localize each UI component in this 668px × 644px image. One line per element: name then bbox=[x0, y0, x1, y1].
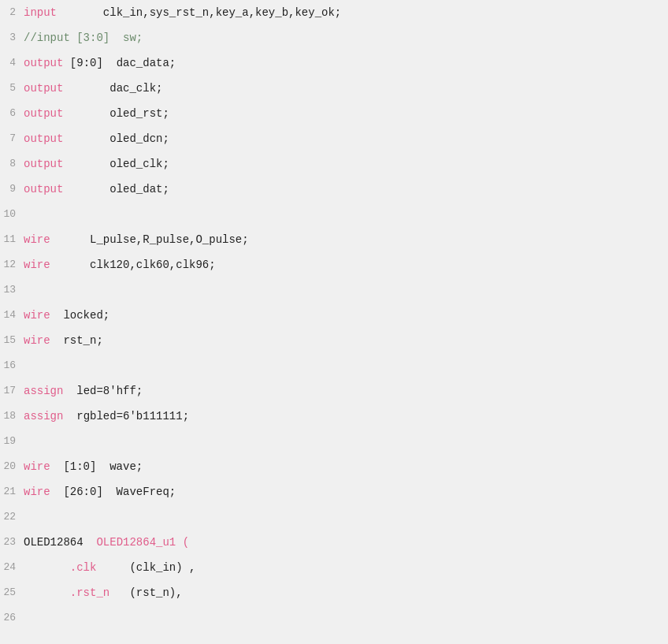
line-content: output dac_clk; bbox=[24, 76, 668, 101]
code-line: 2input clk_in,sys_rst_n,key_a,key_b,key_… bbox=[0, 0, 668, 25]
code-token: oled_clk; bbox=[63, 158, 169, 170]
code-token: locked; bbox=[50, 309, 110, 322]
line-content: wire [1:0] wave; bbox=[24, 454, 668, 479]
code-token: output bbox=[24, 82, 63, 95]
code-token: (clk_in) , bbox=[96, 561, 195, 574]
line-content: output oled_clk; bbox=[24, 151, 668, 177]
code-token: [9:0] dac_data; bbox=[63, 57, 176, 69]
code-line: 9output oled_dat; bbox=[0, 177, 668, 202]
code-token: [26:0] WaveFreq; bbox=[50, 486, 176, 498]
line-number: 9 bbox=[0, 177, 24, 202]
line-content: output [9:0] dac_data; bbox=[24, 50, 668, 76]
line-content: output oled_dcn; bbox=[24, 126, 668, 151]
line-number: 24 bbox=[0, 555, 24, 580]
line-content: wire rst_n; bbox=[24, 328, 668, 353]
line-number: 20 bbox=[0, 454, 24, 479]
code-line: 6output oled_rst; bbox=[0, 101, 668, 126]
code-token: //input bbox=[24, 32, 70, 44]
code-token: assign bbox=[24, 410, 63, 423]
code-token: wire bbox=[24, 334, 50, 347]
code-token: dac_clk; bbox=[63, 82, 162, 95]
line-content: //input [3:0] sw; bbox=[24, 25, 668, 50]
code-token: L_pulse,R_pulse,O_pulse; bbox=[50, 233, 249, 246]
line-number: 25 bbox=[0, 580, 24, 605]
line-content bbox=[24, 605, 668, 631]
line-number: 12 bbox=[0, 252, 24, 277]
code-token: wire bbox=[24, 460, 50, 473]
line-number: 6 bbox=[0, 101, 24, 126]
code-line: 14wire locked; bbox=[0, 303, 668, 328]
code-token: OLED12864_u1 ( bbox=[84, 536, 189, 549]
code-line: 20wire [1:0] wave; bbox=[0, 454, 668, 479]
code-line: 25 .rst_n (rst_n), bbox=[0, 580, 668, 605]
line-number: 15 bbox=[0, 328, 24, 353]
code-token: output bbox=[24, 158, 63, 170]
line-number: 16 bbox=[0, 353, 24, 378]
line-number: 2 bbox=[0, 0, 24, 25]
line-content bbox=[24, 277, 668, 303]
code-editor: 2input clk_in,sys_rst_n,key_a,key_b,key_… bbox=[0, 0, 668, 644]
line-number: 23 bbox=[0, 530, 24, 555]
line-content: input clk_in,sys_rst_n,key_a,key_b,key_o… bbox=[24, 0, 668, 25]
code-token: wire bbox=[24, 259, 50, 271]
code-token: .rst_n bbox=[24, 586, 109, 599]
line-number: 17 bbox=[0, 378, 24, 404]
line-number: 21 bbox=[0, 479, 24, 504]
line-content bbox=[24, 202, 668, 227]
line-content: output oled_rst; bbox=[24, 101, 668, 126]
code-line: 19 bbox=[0, 429, 668, 454]
code-line: 7output oled_dcn; bbox=[0, 126, 668, 151]
line-number: 26 bbox=[0, 605, 24, 631]
line-content: assign rgbled=6'b111111; bbox=[24, 404, 668, 429]
line-content bbox=[24, 353, 668, 378]
code-token: output bbox=[24, 132, 63, 145]
line-content bbox=[24, 504, 668, 530]
line-number: 10 bbox=[0, 202, 24, 227]
code-line: 11wire L_pulse,R_pulse,O_pulse; bbox=[0, 227, 668, 252]
line-number: 22 bbox=[0, 504, 24, 530]
line-content: OLED12864 OLED12864_u1 ( bbox=[24, 530, 668, 555]
code-line: 5output dac_clk; bbox=[0, 76, 668, 101]
code-token: oled_dcn; bbox=[63, 132, 169, 145]
code-token: [1:0] wave; bbox=[50, 460, 143, 473]
line-number: 3 bbox=[0, 25, 24, 50]
code-line: 24 .clk (clk_in) , bbox=[0, 555, 668, 580]
line-number: 19 bbox=[0, 429, 24, 454]
code-token: wire bbox=[24, 233, 50, 246]
line-number: 8 bbox=[0, 151, 24, 177]
code-token: OLED12864 bbox=[24, 536, 84, 549]
code-token: output bbox=[24, 107, 63, 120]
code-token: .clk bbox=[24, 561, 96, 574]
code-token: rst_n; bbox=[50, 334, 103, 347]
code-line: 18assign rgbled=6'b111111; bbox=[0, 404, 668, 429]
code-token: (rst_n), bbox=[109, 586, 182, 599]
code-line: 15wire rst_n; bbox=[0, 328, 668, 353]
code-line: 10 bbox=[0, 202, 668, 227]
code-token: input bbox=[24, 6, 57, 19]
code-token: output bbox=[24, 57, 63, 69]
code-line: 21wire [26:0] WaveFreq; bbox=[0, 479, 668, 504]
code-token: clk120,clk60,clk96; bbox=[50, 259, 216, 271]
code-line: 16 bbox=[0, 353, 668, 378]
code-token: wire bbox=[24, 486, 50, 498]
code-line: 12wire clk120,clk60,clk96; bbox=[0, 252, 668, 277]
code-token: wire bbox=[24, 309, 50, 322]
line-number: 5 bbox=[0, 76, 24, 101]
line-number: 18 bbox=[0, 404, 24, 429]
code-token: [3:0] sw; bbox=[70, 32, 143, 44]
line-content: assign led=8'hff; bbox=[24, 378, 668, 404]
line-content: .clk (clk_in) , bbox=[24, 555, 668, 580]
line-content: output oled_dat; bbox=[24, 177, 668, 202]
line-number: 11 bbox=[0, 227, 24, 252]
line-content: .rst_n (rst_n), bbox=[24, 580, 668, 605]
line-content: wire L_pulse,R_pulse,O_pulse; bbox=[24, 227, 668, 252]
line-number: 13 bbox=[0, 277, 24, 303]
line-content: wire [26:0] WaveFreq; bbox=[24, 479, 668, 504]
code-token: oled_dat; bbox=[63, 183, 169, 195]
code-token: output bbox=[24, 183, 63, 195]
code-line: 22 bbox=[0, 504, 668, 530]
line-number: 4 bbox=[0, 50, 24, 76]
code-line: 26 bbox=[0, 605, 668, 631]
code-token: assign bbox=[24, 385, 63, 397]
line-content: wire locked; bbox=[24, 303, 668, 328]
